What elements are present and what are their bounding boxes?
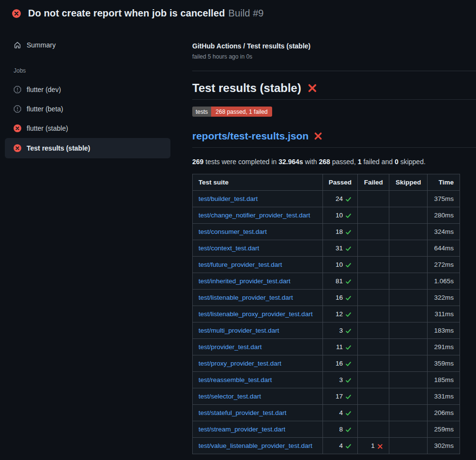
failed-cell — [358, 290, 389, 306]
passed-count: 10 — [336, 212, 343, 219]
test-suite-link[interactable]: test/value_listenable_provider_test.dart — [199, 442, 312, 449]
sidebar-item-flutter-stable[interactable]: flutter (stable) — [5, 119, 170, 138]
table-row: test/inherited_provider_test.dart811.065… — [193, 273, 460, 290]
test-suite-link[interactable]: test/future_provider_test.dart — [199, 261, 282, 268]
sidebar-item-flutter-dev[interactable]: flutter (dev) — [5, 80, 170, 99]
passed-cell: 10 — [322, 257, 357, 273]
test-suite-cell: test/proxy_provider_test.dart — [193, 355, 323, 372]
time-cell: 324ms — [427, 224, 460, 240]
column-passed: Passed — [322, 174, 357, 191]
passed-count: 12 — [336, 310, 343, 318]
results-table: Test suite Passed Failed Skipped Time te… — [192, 174, 460, 454]
time-cell: 644ms — [427, 240, 460, 257]
test-suite-link[interactable]: test/consumer_test.dart — [199, 228, 267, 235]
test-suite-cell: test/reassemble_test.dart — [193, 372, 323, 388]
test-suite-link[interactable]: test/listenable_provider_test.dart — [199, 294, 293, 301]
skipped-cell — [389, 257, 427, 273]
x-icon — [377, 444, 383, 449]
test-suite-link[interactable]: test/proxy_provider_test.dart — [199, 360, 281, 367]
test-suite-link[interactable]: test/stateful_provider_test.dart — [199, 409, 287, 416]
test-suite-cell: test/multi_provider_test.dart — [193, 322, 323, 339]
passed-cell: 8 — [322, 421, 357, 438]
passed-count: 81 — [336, 277, 343, 285]
job-label: Test results (stable) — [27, 144, 90, 152]
test-suite-cell: test/selector_test.dart — [193, 388, 323, 405]
test-suite-link[interactable]: test/change_notifier_provider_test.dart — [199, 212, 310, 219]
time-cell: 302ms — [427, 438, 460, 454]
fail-x-icon — [307, 83, 317, 93]
failed-cell — [358, 273, 389, 290]
check-icon — [345, 262, 352, 268]
check-title-row: Test results (stable) — [192, 81, 476, 100]
sidebar-item-test-results-stable[interactable]: Test results (stable) — [5, 138, 170, 158]
check-title: Test results (stable) — [192, 81, 301, 95]
test-suite-cell: test/value_listenable_provider_test.dart — [193, 438, 323, 454]
test-suite-link[interactable]: test/multi_provider_test.dart — [199, 327, 279, 334]
report-link[interactable]: reports/test-results.json — [192, 130, 308, 141]
test-suite-cell: test/provider_test.dart — [193, 339, 323, 355]
test-suite-link[interactable]: test/stream_provider_test.dart — [199, 426, 285, 433]
check-icon — [345, 377, 352, 383]
tests-badge: tests 268 passed, 1 failed — [192, 107, 272, 117]
test-suite-link[interactable]: test/reassemble_test.dart — [199, 376, 272, 383]
test-suite-cell: test/listenable_provider_test.dart — [193, 290, 323, 306]
passed-cell: 4 — [322, 438, 357, 454]
time-cell: 311ms — [427, 306, 460, 322]
skipped-cell — [389, 322, 427, 339]
skipped-cell — [389, 290, 427, 306]
run-meta: failed 5 hours ago in 0s — [192, 53, 476, 60]
check-icon — [345, 196, 352, 202]
time-cell: 280ms — [427, 207, 460, 224]
time-cell: 375ms — [427, 191, 460, 207]
time-cell: 206ms — [427, 405, 460, 421]
table-header-row: Test suite Passed Failed Skipped Time — [193, 174, 460, 191]
build-number: Build #9 — [229, 8, 264, 18]
jobs-list: flutter (dev)flutter (beta)flutter (stab… — [5, 80, 170, 158]
home-icon — [14, 41, 21, 49]
check-icon — [345, 328, 352, 334]
skipped-cell — [389, 306, 427, 322]
check-icon — [345, 245, 352, 252]
sidebar: Summary Jobs flutter (dev)flutter (beta)… — [0, 25, 179, 158]
failed-count: 1 — [371, 442, 375, 449]
passed-cell: 17 — [322, 388, 357, 405]
table-row: test/stream_provider_test.dart8259ms — [193, 421, 460, 438]
test-suite-cell: test/context_test.dart — [193, 240, 323, 257]
check-icon — [345, 229, 352, 235]
skipped-cell — [389, 240, 427, 257]
failed-cell — [358, 224, 389, 240]
job-label: flutter (dev) — [27, 86, 61, 93]
table-row: test/context_test.dart31644ms — [193, 240, 460, 257]
time-cell: 359ms — [427, 355, 460, 372]
passed-cell: 3 — [322, 372, 357, 388]
passed-cell: 31 — [322, 240, 357, 257]
sidebar-item-flutter-beta[interactable]: flutter (beta) — [5, 99, 170, 119]
time-cell: 272ms — [427, 257, 460, 273]
failed-cell — [358, 355, 389, 372]
test-suite-link[interactable]: test/listenable_proxy_provider_test.dart — [199, 310, 313, 318]
skipped-cell — [389, 421, 427, 438]
check-icon — [345, 311, 352, 318]
sidebar-item-summary[interactable]: Summary — [5, 37, 170, 53]
skipped-cell — [389, 438, 427, 454]
table-row: test/selector_test.dart17331ms — [193, 388, 460, 405]
test-suite-link[interactable]: test/inherited_provider_test.dart — [199, 277, 291, 285]
x-circle-icon — [14, 144, 21, 152]
check-icon — [345, 344, 352, 351]
skipped-cell — [389, 191, 427, 207]
table-row: test/multi_provider_test.dart3183ms — [193, 322, 460, 339]
skipped-cell — [389, 273, 427, 290]
app-header: Do not create report when job is cancell… — [0, 0, 476, 25]
test-suite-link[interactable]: test/builder_test.dart — [199, 195, 258, 202]
test-suite-link[interactable]: test/provider_test.dart — [199, 343, 262, 351]
job-label: flutter (stable) — [27, 124, 68, 132]
passed-count: 24 — [336, 195, 343, 202]
time-cell: 1.065s — [427, 273, 460, 290]
skipped-cell — [389, 339, 427, 355]
table-row: test/change_notifier_provider_test.dart1… — [193, 207, 460, 224]
check-icon — [345, 295, 352, 301]
passed-cell: 10 — [322, 207, 357, 224]
passed-cell: 4 — [322, 405, 357, 421]
test-suite-link[interactable]: test/selector_test.dart — [199, 393, 261, 400]
test-suite-link[interactable]: test/context_test.dart — [199, 245, 259, 252]
